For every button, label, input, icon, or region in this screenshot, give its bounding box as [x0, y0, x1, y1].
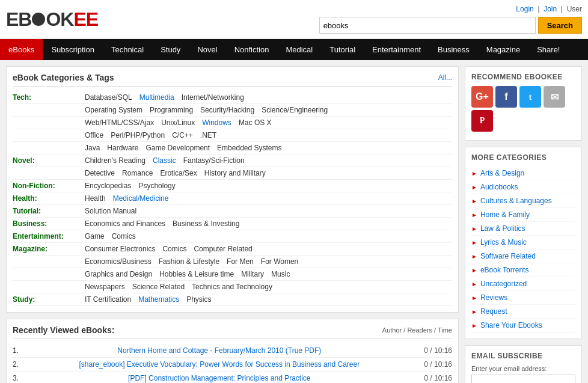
more-cat-link[interactable]: Software Related: [480, 252, 536, 260]
arrow-icon: ►: [471, 322, 477, 329]
more-cat-software[interactable]: ► Software Related: [471, 250, 575, 263]
more-cat-audiobooks[interactable]: ► Audiobooks: [471, 180, 575, 194]
arrow-icon: ►: [471, 308, 477, 315]
cat-row-tech2: Operating System Programming Security/Ha…: [13, 104, 452, 117]
more-cat-share[interactable]: ► Share Your Ebooks: [471, 319, 575, 332]
more-cat-link[interactable]: Cultures & Languages: [480, 197, 552, 205]
logo-text-eb: EB: [6, 8, 31, 30]
more-cat-link[interactable]: Request: [480, 307, 507, 316]
more-cat-request[interactable]: ► Request: [471, 305, 575, 319]
recent-link[interactable]: [share_ebook] Executive Vocabulary: Powe…: [79, 360, 360, 369]
nav-magazine[interactable]: Magazine: [478, 39, 528, 60]
nav-nonfiction[interactable]: Nonfiction: [226, 39, 278, 60]
cat-label-nonfiction: Non-Fiction:: [13, 182, 85, 190]
nav-share[interactable]: Share!: [528, 39, 568, 60]
cat-row-business: Business: Economics and Finances Busines…: [13, 218, 452, 230]
more-cat-cultures[interactable]: ► Cultures & Languages: [471, 194, 575, 208]
more-cat-link[interactable]: Law & Politics: [480, 224, 525, 233]
social-icons: G+ f t ✉ P: [471, 86, 575, 132]
cat-row-tech: Tech: Database/SQL Multimedia Internet/N…: [13, 91, 452, 104]
cat-item: Health: [85, 194, 106, 203]
cat-item: Science Related: [132, 283, 185, 291]
join-link[interactable]: Join: [544, 5, 557, 13]
cat-item-link[interactable]: Classic: [153, 156, 176, 165]
recommend-box: RECOMMEND EBOOKEE G+ f t ✉ P: [465, 66, 582, 141]
cat-item: Embedded Systems: [217, 144, 281, 152]
recent-meta: 0 / 10:16: [424, 360, 452, 369]
nav-technical[interactable]: Technical: [103, 39, 152, 60]
search-button[interactable]: Search: [538, 17, 582, 34]
more-cat-link[interactable]: Share Your Ebooks: [480, 321, 542, 329]
cat-items-tech5: Java Hardware Game Development Embedded …: [85, 144, 452, 152]
categories-all-link[interactable]: All...: [438, 73, 452, 82]
email-input[interactable]: [471, 375, 575, 383]
arrow-icon: ►: [471, 253, 477, 260]
cat-item-link[interactable]: Medical/Medicine: [113, 194, 169, 203]
cat-item: IT Certification: [85, 295, 131, 304]
cat-label-tech: Tech:: [13, 93, 85, 102]
cat-item: .NET: [200, 131, 216, 139]
recent-item-2: 2. [share_ebook] Executive Vocabulary: P…: [13, 358, 452, 372]
cat-item-detective: Detective: [85, 169, 115, 177]
categories-title: eBook Categories & Tags: [13, 73, 114, 82]
facebook-icon[interactable]: f: [495, 86, 517, 108]
more-cat-arts[interactable]: ► Arts & Design: [471, 167, 575, 180]
cat-item-link[interactable]: Mathematics: [138, 295, 179, 304]
cat-item: Game Development: [145, 144, 210, 152]
cat-items-entertainment: Game Comics: [85, 232, 452, 241]
cat-items-tech4: Office Perl/PHP/Python C/C++ .NET: [85, 131, 452, 139]
nav-entertainment[interactable]: Entertainment: [364, 39, 429, 60]
more-categories-box: MORE CATEGORIES ► Arts & Design ► Audiob…: [465, 147, 582, 339]
nav-business[interactable]: Business: [429, 39, 478, 60]
cat-item: Comics: [162, 245, 186, 253]
more-cat-link[interactable]: eBook Torrents: [480, 266, 529, 274]
arrow-icon: ►: [471, 281, 477, 287]
pinterest-icon[interactable]: P: [471, 110, 493, 132]
cat-row-nonfiction: Non-Fiction: Encyclopedias Psychology: [13, 180, 452, 192]
email-icon[interactable]: ✉: [544, 86, 565, 108]
cat-label-business: Business:: [13, 219, 85, 228]
more-cat-law[interactable]: ► Law & Politics: [471, 222, 575, 236]
cat-label-novel: Novel:: [13, 156, 85, 165]
google-plus-icon[interactable]: G+: [471, 86, 493, 108]
more-cat-link[interactable]: Arts & Design: [480, 169, 524, 177]
top-links: Login | Join | User: [516, 5, 582, 13]
more-cat-link[interactable]: Uncategorized: [480, 280, 527, 288]
cat-item: Hardware: [107, 144, 138, 152]
nav-subscription[interactable]: Subscription: [43, 39, 103, 60]
cat-item: Game: [85, 232, 105, 241]
recent-link[interactable]: [PDF] Construction Management: Principle…: [128, 374, 310, 382]
nav-novel[interactable]: Novel: [189, 39, 225, 60]
cat-items-tutorial: Solution Manual: [85, 207, 452, 215]
more-cat-lyrics[interactable]: ► Lyrics & Music: [471, 236, 575, 250]
cat-items-novel2: Detective Romance Erotica/Sex History an…: [85, 169, 452, 177]
more-cat-link[interactable]: Reviews: [480, 293, 507, 302]
twitter-icon[interactable]: t: [519, 86, 541, 108]
more-cat-uncategorized[interactable]: ► Uncategorized: [471, 277, 575, 291]
cat-item: For Men: [227, 257, 254, 266]
recently-header: Recently Viewed eBooks: Author / Readers…: [13, 325, 452, 339]
more-cat-torrents[interactable]: ► eBook Torrents: [471, 263, 575, 277]
cat-item: Erotica/Sex: [160, 169, 197, 177]
cat-row-entertainment: Entertainment: Game Comics: [13, 230, 452, 243]
categories-header: eBook Categories & Tags All...: [13, 73, 452, 87]
cat-item: Operating System: [85, 106, 142, 114]
cat-item-link[interactable]: Windows: [202, 118, 231, 127]
cat-item: Consumer Electronics: [85, 245, 155, 253]
more-cat-link[interactable]: Home & Family: [480, 210, 530, 219]
nav-tutorial[interactable]: Tutorial: [321, 39, 364, 60]
cat-row-tech5: Java Hardware Game Development Embedded …: [13, 142, 452, 155]
more-cat-reviews[interactable]: ► Reviews: [471, 291, 575, 305]
cat-row-tutorial: Tutorial: Solution Manual: [13, 205, 452, 218]
search-input[interactable]: [319, 17, 536, 34]
nav-study[interactable]: Study: [152, 39, 189, 60]
cat-item-link[interactable]: Multimedia: [139, 93, 174, 102]
arrow-icon: ►: [471, 198, 477, 204]
more-cat-link[interactable]: Lyrics & Music: [480, 238, 527, 247]
nav-ebooks[interactable]: eBooks: [0, 39, 43, 60]
recent-link[interactable]: Northern Home and Cottage - February/Mar…: [117, 346, 321, 355]
more-cat-link[interactable]: Audiobooks: [480, 183, 518, 191]
nav-medical[interactable]: Medical: [277, 39, 321, 60]
more-cat-home-family[interactable]: ► Home & Family: [471, 208, 575, 222]
login-link[interactable]: Login: [516, 5, 533, 13]
